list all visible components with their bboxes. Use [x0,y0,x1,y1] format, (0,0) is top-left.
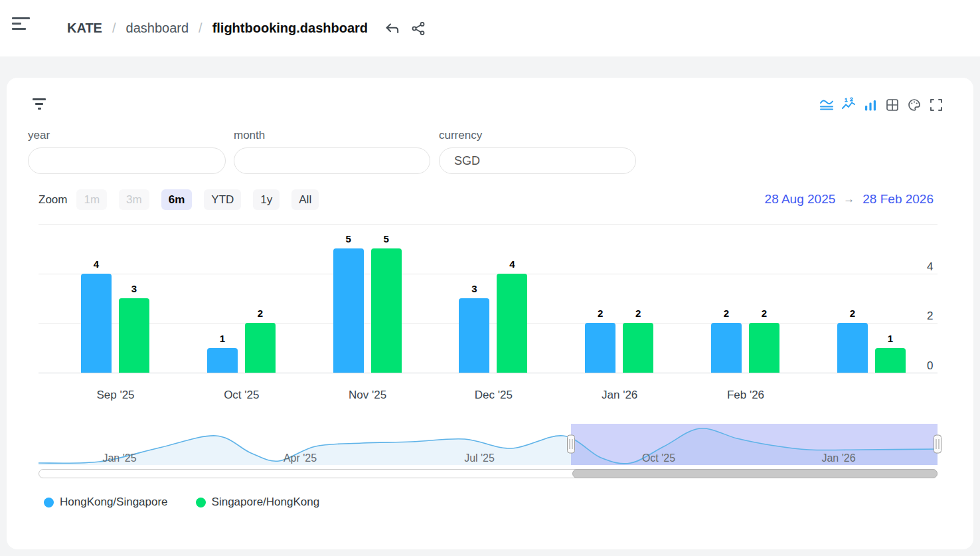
bar-hongkong-singapore[interactable] [837,323,868,373]
legend-label: Singapore/HongKong [212,496,320,509]
bar-value-label: 2 [716,308,736,319]
bar-singapore-hongkong[interactable] [623,323,653,373]
bar-singapore-hongkong[interactable] [749,323,779,373]
bar-value-label: 3 [124,283,144,294]
dashboard-card: 1 2 yea [7,78,973,549]
x-axis-label: Feb '26 [702,389,789,402]
legend-label: HongKong/Singapore [60,496,168,509]
x-axis-label: Oct '25 [199,389,285,402]
bar-value-label: 5 [376,233,396,244]
x-axis-label: Dec '25 [450,389,536,402]
bar-singapore-hongkong[interactable] [119,298,149,373]
chart-legend: HongKong/Singapore Singapore/HongKong [44,496,319,509]
navigator-axis-label: Oct '25 [625,452,692,464]
navigator-axis-label: Jul '25 [446,452,513,464]
breadcrumb-separator: / [112,21,116,36]
navigator-axis-label: Jan '26 [805,452,872,464]
bar-hongkong-singapore[interactable] [711,323,742,373]
bar-value-label: 2 [843,308,862,319]
top-bar: KATE / dashboard / flightbooking.dashboa… [0,0,980,56]
y-axis-label: 4 [927,260,953,274]
gridline [39,373,938,373]
bar-value-label: 4 [86,258,106,270]
undo-icon[interactable] [384,21,400,37]
share-icon[interactable] [410,21,426,37]
menu-icon[interactable] [12,17,31,32]
chart-navigator: Jan '25Apr '25Jul '25Oct '25Jan '26 [39,419,938,466]
navigator-axis-label: Apr '25 [267,452,333,464]
navigator-handle-right[interactable] [934,435,941,453]
bar-value-label: 2 [590,308,610,319]
bar-singapore-hongkong[interactable] [497,274,527,373]
bar-singapore-hongkong[interactable] [371,248,402,373]
legend-item-hongkong-singapore[interactable]: HongKong/Singapore [44,496,168,509]
bar-value-label: 2 [250,308,270,319]
series-marker-icon [44,498,54,508]
bar-chart-plot: 42041532223254221Sep '25Oct '25Nov '25De… [7,78,973,549]
bar-hongkong-singapore[interactable] [207,348,238,373]
breadcrumb-separator: / [199,21,203,36]
scrollbar-thumb[interactable] [572,469,938,478]
navigator-axis-label: Jan '25 [86,452,153,464]
gridline [39,224,938,225]
navigator-handle-left[interactable] [568,435,575,453]
breadcrumb-item-current: flightbooking.dashboard [212,21,368,36]
legend-item-singapore-hongkong[interactable]: Singapore/HongKong [196,496,320,509]
bar-hongkong-singapore[interactable] [585,323,615,373]
bar-hongkong-singapore[interactable] [459,298,489,373]
bar-value-label: 2 [754,308,774,319]
bar-hongkong-singapore[interactable] [81,274,112,373]
x-axis-label: Sep '25 [72,389,159,402]
bar-hongkong-singapore[interactable] [333,248,364,373]
bar-value-label: 1 [880,333,900,344]
y-axis-label: 0 [927,359,953,373]
y-axis-label: 2 [927,310,953,323]
x-axis-label: Jan '26 [576,389,663,402]
breadcrumb: KATE / dashboard / flightbooking.dashboa… [67,0,426,56]
bar-value-label: 2 [628,308,648,319]
gridline [39,274,938,274]
breadcrumb-item-dashboard[interactable]: dashboard [126,21,189,36]
bar-singapore-hongkong[interactable] [245,323,276,373]
bar-value-label: 3 [464,283,484,294]
bar-singapore-hongkong[interactable] [875,348,906,373]
x-axis-label: Nov '25 [325,389,411,402]
series-marker-icon [196,498,206,508]
breadcrumb-item-kate[interactable]: KATE [67,21,102,36]
bar-value-label: 5 [339,233,359,244]
bar-value-label: 1 [212,333,232,344]
bar-value-label: 4 [502,258,522,270]
